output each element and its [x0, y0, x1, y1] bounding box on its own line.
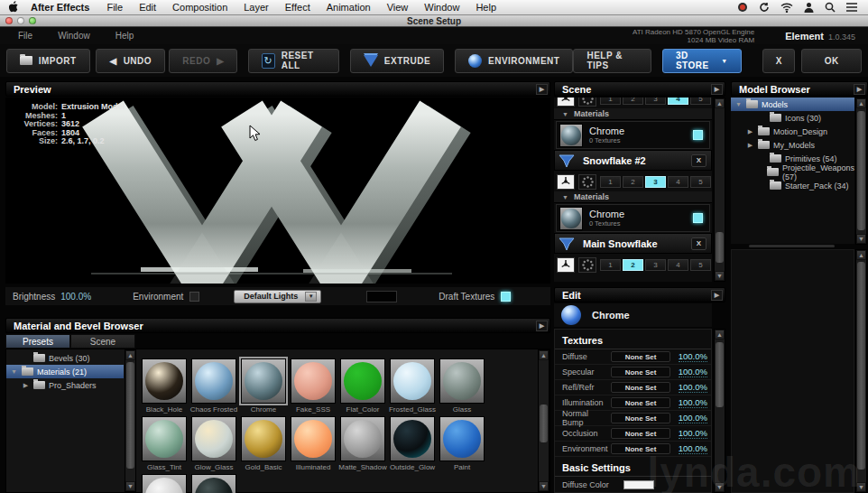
slot-button-5[interactable]: 5: [690, 176, 711, 188]
lights-dropdown[interactable]: Default Lights ▼: [234, 290, 321, 303]
material-enabled-checkbox[interactable]: [693, 130, 703, 140]
slot-button-5[interactable]: 5: [690, 98, 711, 105]
expand-icon[interactable]: ▶: [746, 142, 754, 149]
environment-button[interactable]: ENVIRONMENT: [455, 49, 573, 73]
material-item-glass[interactable]: Glass: [438, 358, 486, 414]
slot-button-4[interactable]: 4: [668, 176, 688, 188]
slot-button-5[interactable]: 5: [690, 259, 711, 271]
model-mode-icon[interactable]: [557, 98, 575, 107]
cancel-button[interactable]: X: [762, 49, 795, 73]
scene-group-header[interactable]: Snowflake #2 X: [554, 150, 712, 171]
scrollbar-thumb[interactable]: [126, 362, 134, 469]
percent-value[interactable]: 100.0%: [679, 413, 707, 423]
background-color-swatch[interactable]: [366, 291, 397, 302]
model-browser-collapse-icon[interactable]: ▶: [854, 84, 865, 95]
material-item-glow-glass[interactable]: Glow_Glass: [189, 416, 238, 471]
material-item-shiny[interactable]: Shiny: [189, 474, 238, 493]
particle-mode-icon[interactable]: [578, 257, 596, 273]
help-tips-button[interactable]: HELP & TIPS: [573, 49, 651, 73]
none-set-button[interactable]: None Set: [611, 428, 670, 439]
particle-mode-icon[interactable]: [578, 174, 596, 190]
slot-button-2[interactable]: 2: [623, 176, 643, 188]
model-area-scrollbar[interactable]: ▲ ▼: [855, 249, 867, 493]
reset-all-button[interactable]: ↻ RESET ALL: [248, 49, 339, 73]
redo-button[interactable]: REDO ▶: [169, 49, 237, 73]
scene-collapse-icon[interactable]: ▶: [711, 84, 723, 95]
window-titlebar[interactable]: Scene Setup: [0, 15, 868, 27]
none-set-button[interactable]: None Set: [611, 367, 670, 377]
search-icon[interactable]: [825, 2, 836, 13]
slot-button-2[interactable]: 2: [623, 98, 643, 105]
expand-icon[interactable]: ▶: [22, 382, 30, 389]
plugin-menu-window[interactable]: Window: [47, 31, 101, 41]
diffuse-color-swatch[interactable]: [623, 480, 654, 489]
material-item-black-hole[interactable]: Black_Hole: [140, 358, 189, 414]
material-item-outside-glow[interactable]: Outside_Glow: [388, 416, 437, 471]
scene-group-header[interactable]: Main Snowflake X: [554, 233, 712, 254]
percent-value[interactable]: 100.0%: [679, 397, 707, 408]
import-button[interactable]: IMPORT: [6, 49, 90, 73]
preview-collapse-icon[interactable]: ▶: [536, 84, 548, 95]
plugin-menu-file[interactable]: File: [7, 31, 43, 41]
tree-item-pro-shaders[interactable]: ▶Pro_Shaders: [6, 378, 124, 392]
expand-icon[interactable]: ▶: [746, 128, 754, 135]
draft-textures-checkbox[interactable]: [501, 292, 511, 302]
none-set-button[interactable]: None Set: [611, 382, 670, 393]
none-set-button[interactable]: None Set: [611, 351, 670, 362]
environment-checkbox[interactable]: [189, 292, 199, 302]
scroll-down-icon[interactable]: ▼: [125, 481, 135, 491]
apple-menu-icon[interactable]: [5, 1, 22, 14]
menubar-app-name[interactable]: After Effects: [22, 2, 98, 13]
undo-button[interactable]: ◀ UNDO: [96, 49, 165, 73]
expand-icon[interactable]: ▼: [10, 368, 18, 375]
record-status-icon[interactable]: [737, 2, 748, 13]
scroll-down-icon[interactable]: ▼: [856, 234, 866, 244]
tree-item-icons-30-[interactable]: Icons (30): [731, 111, 854, 125]
model-thumbnails-area[interactable]: [731, 249, 854, 493]
slot-button-3[interactable]: 3: [645, 176, 666, 188]
scene-scrollbar[interactable]: ▲ ▼: [714, 98, 725, 282]
model-mode-icon[interactable]: [557, 257, 575, 273]
tree-item-models[interactable]: ▼Models: [731, 98, 854, 111]
material-item-plain[interactable]: Plain: [140, 474, 189, 493]
preview-viewport[interactable]: Model:Extrusion ModelMeshes:1Vertices:36…: [5, 98, 550, 284]
slot-button-1[interactable]: 1: [600, 259, 621, 271]
menubar-item-help[interactable]: Help: [467, 2, 504, 13]
menubar-item-edit[interactable]: Edit: [131, 2, 164, 13]
scroll-down-icon[interactable]: ▼: [856, 482, 866, 492]
menubar-item-effect[interactable]: Effect: [277, 2, 319, 13]
scroll-up-icon[interactable]: ▲: [856, 250, 866, 260]
percent-value[interactable]: 100.0%: [679, 443, 707, 454]
materials-grid-scrollbar[interactable]: ▲ ▼: [538, 349, 549, 492]
none-set-button[interactable]: None Set: [611, 413, 670, 423]
materials-section-header[interactable]: ▼ Materials: [554, 191, 712, 203]
material-item-fake-sss[interactable]: Fake_SSS: [289, 358, 337, 414]
particle-mode-icon[interactable]: [578, 98, 596, 107]
material-item-matte-shadow[interactable]: Matte_Shadow: [338, 416, 387, 471]
material-item-paint[interactable]: Paint: [438, 416, 486, 471]
panel-divider[interactable]: [749, 245, 835, 247]
plugin-menu-help[interactable]: Help: [105, 31, 145, 41]
material-item-illuminated[interactable]: Illuminated: [289, 416, 337, 471]
menubar-item-animation[interactable]: Animation: [319, 2, 379, 13]
material-item-chaos-frosted[interactable]: Chaos Frosted: [189, 358, 238, 414]
model-tree-scrollbar[interactable]: ▲ ▼: [855, 98, 867, 245]
scroll-up-icon[interactable]: ▲: [539, 350, 549, 360]
user-icon[interactable]: [804, 2, 814, 13]
extrude-button[interactable]: EXTRUDE: [350, 49, 444, 73]
scrollbar-thumb[interactable]: [716, 342, 724, 407]
none-set-button[interactable]: None Set: [611, 443, 670, 454]
material-browser-collapse-icon[interactable]: ▶: [536, 321, 548, 331]
delete-group-button[interactable]: X: [691, 237, 706, 250]
none-set-button[interactable]: None Set: [611, 397, 670, 408]
menubar-item-file[interactable]: File: [98, 2, 131, 13]
menubar-item-view[interactable]: View: [379, 2, 417, 13]
tree-item-materials-21-[interactable]: ▼Materials (21): [6, 365, 124, 378]
material-item-glass-tint[interactable]: Glass_Tint: [140, 416, 189, 471]
scroll-down-icon[interactable]: ▼: [715, 482, 725, 492]
menubar-item-window[interactable]: Window: [416, 2, 467, 13]
3d-store-button[interactable]: 3D STORE ▼: [662, 49, 742, 73]
slot-button-3[interactable]: 3: [645, 98, 666, 105]
expand-icon[interactable]: ▼: [734, 101, 743, 107]
tree-item-motion-design[interactable]: ▶Motion_Design: [731, 125, 854, 138]
